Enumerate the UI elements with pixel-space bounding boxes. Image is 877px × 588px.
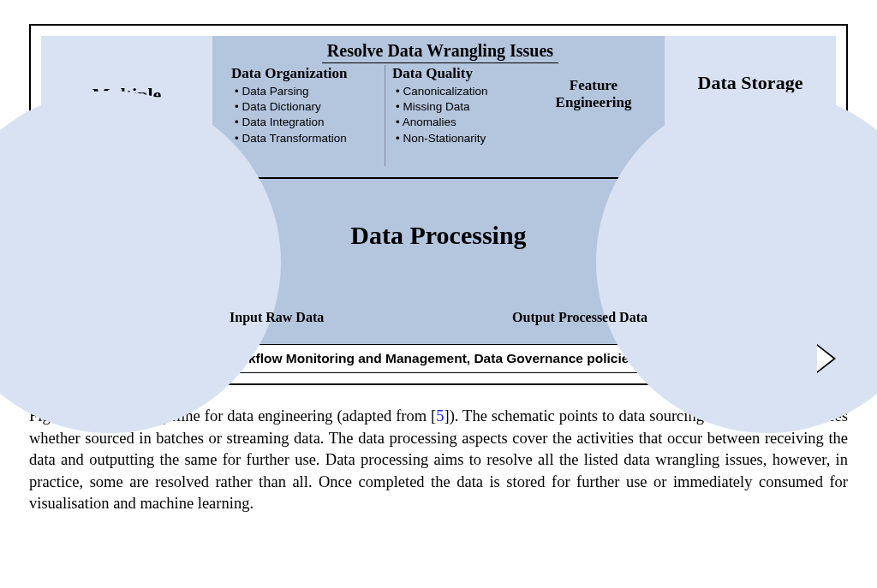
- figure-frame: Multiple Data Sources Resolve Data Wrang…: [29, 24, 848, 385]
- org-list: Data Parsing Data Dictionary Data Integr…: [231, 84, 378, 146]
- qual-list: Canonicalization Missing Data Anomalies …: [392, 84, 524, 146]
- col-data-quality: Data Quality Canonicalization Missing Da…: [385, 65, 531, 166]
- org-heading: Data Organization: [231, 65, 378, 82]
- arrow-head-icon: [817, 344, 836, 373]
- col-data-organization: Data Organization Data Parsing Data Dict…: [224, 65, 385, 166]
- list-item: Data Dictionary: [235, 99, 378, 115]
- qual-heading: Data Quality: [392, 65, 524, 82]
- box-data-processing: Data Processing Input Raw Data Output Pr…: [212, 179, 665, 344]
- citation-link[interactable]: 5: [436, 407, 444, 425]
- list-item: Missing Data: [396, 99, 524, 115]
- wrangling-heading: Resolve Data Wrangling Issues: [224, 41, 656, 63]
- box-resolve-wrangling: Resolve Data Wrangling Issues Data Organ…: [212, 36, 665, 177]
- data-processing-title: Data Processing: [212, 221, 665, 250]
- input-raw-label: Input Raw Data: [230, 310, 324, 325]
- feat-line1: Feature: [556, 77, 632, 94]
- output-processed-label: Output Processed Data: [512, 310, 647, 325]
- list-item: Data Transformation: [235, 131, 378, 146]
- feat-line2: Engineering: [556, 94, 632, 111]
- list-item: Non-Stationarity: [396, 131, 524, 146]
- list-item: Canonicalization: [396, 84, 524, 99]
- pipeline-diagram: Multiple Data Sources Resolve Data Wrang…: [41, 36, 836, 373]
- list-item: Data Parsing: [235, 84, 378, 99]
- list-item: Anomalies: [396, 115, 524, 130]
- list-item: Data Integration: [235, 115, 378, 130]
- bottom-row: Batches Streams Data Processing Input Ra: [41, 179, 836, 344]
